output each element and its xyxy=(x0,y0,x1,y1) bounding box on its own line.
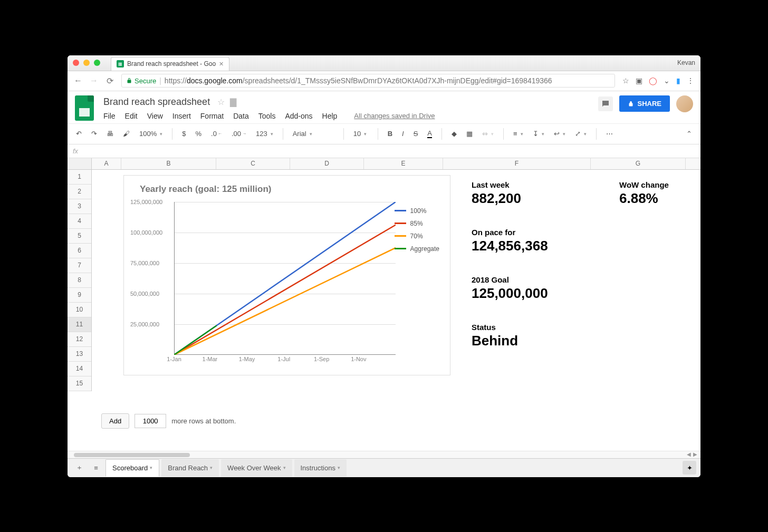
star-icon[interactable]: ☆ xyxy=(622,76,629,85)
menu-file[interactable]: File xyxy=(103,112,116,120)
more-tools-icon[interactable]: ⋯ xyxy=(603,128,616,140)
decrease-decimal-button[interactable]: .0← xyxy=(208,128,225,140)
row-header-7[interactable]: 7 xyxy=(68,258,91,273)
menu-add-ons[interactable]: Add-ons xyxy=(285,112,312,120)
menu-edit[interactable]: Edit xyxy=(125,112,138,120)
formula-bar[interactable]: fx xyxy=(68,144,700,158)
strikethrough-button[interactable]: S xyxy=(410,128,421,140)
back-icon[interactable]: ← xyxy=(74,76,82,85)
explore-icon[interactable]: ✦ xyxy=(683,461,696,475)
col-header-D[interactable]: D xyxy=(290,158,364,169)
horizontal-scrollbar[interactable]: ◀▶ xyxy=(68,451,700,458)
row-header-8[interactable]: 8 xyxy=(68,273,91,288)
buffer-ext-icon[interactable]: ▮ xyxy=(676,76,680,85)
reload-icon[interactable]: ⟳ xyxy=(105,76,114,86)
select-all-cell[interactable] xyxy=(68,158,92,169)
browser-profile[interactable]: Kevan xyxy=(677,59,695,66)
col-header-G[interactable]: G xyxy=(591,158,686,169)
sheet-tab-instructions[interactable]: Instructions▾ xyxy=(294,459,347,477)
tab-close-icon[interactable]: ✕ xyxy=(219,61,224,67)
col-header-C[interactable]: C xyxy=(216,158,290,169)
text-wrap-icon[interactable]: ↩ xyxy=(551,128,569,140)
sheets-logo-icon[interactable] xyxy=(75,95,94,121)
scrollbar-thumb[interactable] xyxy=(74,453,190,457)
col-header-B[interactable]: B xyxy=(121,158,216,169)
bold-button[interactable]: B xyxy=(385,128,396,140)
number-format-dropdown[interactable]: 123 xyxy=(253,128,276,140)
share-button[interactable]: SHARE xyxy=(619,95,670,112)
menu-tools[interactable]: Tools xyxy=(258,112,276,120)
italic-button[interactable]: I xyxy=(399,128,407,140)
add-sheet-icon[interactable]: ＋ xyxy=(72,463,87,472)
zoom-dropdown[interactable]: 100% xyxy=(136,128,166,140)
horizontal-align-icon[interactable]: ≡ xyxy=(510,128,526,140)
doc-title[interactable]: Brand reach spreadsheet xyxy=(101,95,212,109)
fill-color-icon[interactable]: ◆ xyxy=(448,128,460,140)
row-header-11[interactable]: 11 xyxy=(68,317,91,332)
row-header-5[interactable]: 5 xyxy=(68,229,91,244)
font-dropdown[interactable]: Arial xyxy=(290,128,337,140)
minimize-window-icon[interactable] xyxy=(83,60,90,66)
add-rows-input[interactable] xyxy=(135,414,166,428)
sheet-tab-menu-icon[interactable]: ▾ xyxy=(283,465,286,470)
pocket-ext-icon[interactable]: ⌄ xyxy=(664,76,670,85)
font-size-dropdown[interactable]: 10 xyxy=(350,128,371,140)
row-header-3[interactable]: 3 xyxy=(68,199,91,214)
row-header-1[interactable]: 1 xyxy=(68,170,91,185)
browser-tab[interactable]: ▦ Brand reach spreadsheet - Goo ✕ xyxy=(111,57,229,71)
row-header-4[interactable]: 4 xyxy=(68,214,91,229)
add-rows-button[interactable]: Add xyxy=(101,413,129,429)
sheet-tab-menu-icon[interactable]: ▾ xyxy=(338,465,340,470)
redo-icon[interactable]: ↷ xyxy=(88,128,100,140)
menu-data[interactable]: Data xyxy=(233,112,249,120)
chart-yearly-reach[interactable]: Yearly reach (goal: 125 million) 100%85%… xyxy=(123,175,450,375)
merge-cells-icon[interactable]: ⇔ xyxy=(479,128,497,140)
col-header-E[interactable]: E xyxy=(364,158,443,169)
address-field[interactable]: Secure | https://docs.google.com/spreads… xyxy=(121,74,615,88)
percent-button[interactable]: % xyxy=(192,128,205,140)
row-header-10[interactable]: 10 xyxy=(68,303,91,317)
row-header-12[interactable]: 12 xyxy=(68,332,91,347)
move-folder-icon[interactable]: ▇ xyxy=(230,97,236,107)
row-header-15[interactable]: 15 xyxy=(68,376,91,391)
cells-area[interactable]: Yearly reach (goal: 125 million) 100%85%… xyxy=(92,170,700,391)
all-sheets-icon[interactable]: ≡ xyxy=(89,464,103,472)
currency-button[interactable]: $ xyxy=(179,128,189,140)
undo-icon[interactable]: ↶ xyxy=(73,128,85,140)
sheet-tab-week-over-week[interactable]: Week Over Week▾ xyxy=(221,459,292,477)
sheet-tab-scoreboard[interactable]: Scoreboard▾ xyxy=(105,459,159,477)
sheet-tab-brand-reach[interactable]: Brand Reach▾ xyxy=(161,459,219,477)
avatar[interactable] xyxy=(676,95,693,112)
close-window-icon[interactable] xyxy=(73,60,79,66)
print-icon[interactable]: 🖶 xyxy=(103,128,117,140)
save-status[interactable]: All changes saved in Drive xyxy=(354,112,435,120)
text-rotate-icon[interactable]: ⤢ xyxy=(572,128,590,140)
borders-icon[interactable]: ▦ xyxy=(463,128,476,140)
menu-help[interactable]: Help xyxy=(322,112,338,120)
paint-format-icon[interactable]: 🖌 xyxy=(120,128,133,140)
row-header-13[interactable]: 13 xyxy=(68,347,91,362)
text-color-button[interactable]: A xyxy=(424,127,435,140)
maximize-window-icon[interactable] xyxy=(94,60,100,66)
secure-label: Secure xyxy=(135,77,156,85)
col-header-A[interactable]: A xyxy=(92,158,121,169)
collapse-toolbar-icon[interactable]: ⌃ xyxy=(683,128,695,140)
row-header-14[interactable]: 14 xyxy=(68,362,91,376)
row-header-6[interactable]: 6 xyxy=(68,244,91,258)
spreadsheet-grid[interactable]: ABCDEFG 123456789101112131415 Yearly rea… xyxy=(68,158,700,451)
opera-ext-icon[interactable]: ◯ xyxy=(649,76,657,85)
chrome-menu-icon[interactable]: ⋮ xyxy=(687,76,694,85)
row-header-2[interactable]: 2 xyxy=(68,185,91,199)
col-header-F[interactable]: F xyxy=(443,158,591,169)
sheet-tab-menu-icon[interactable]: ▾ xyxy=(150,465,152,470)
sheet-tab-menu-icon[interactable]: ▾ xyxy=(210,465,213,470)
menu-format[interactable]: Format xyxy=(200,112,224,120)
menu-insert[interactable]: Insert xyxy=(172,112,191,120)
vertical-align-icon[interactable]: ↧ xyxy=(530,128,548,140)
star-doc-icon[interactable]: ☆ xyxy=(217,97,225,107)
row-header-9[interactable]: 9 xyxy=(68,288,91,303)
cast-icon[interactable]: ▣ xyxy=(636,76,642,85)
comments-icon[interactable] xyxy=(598,96,613,111)
increase-decimal-button[interactable]: .00→ xyxy=(228,128,249,140)
menu-view[interactable]: View xyxy=(147,112,163,120)
